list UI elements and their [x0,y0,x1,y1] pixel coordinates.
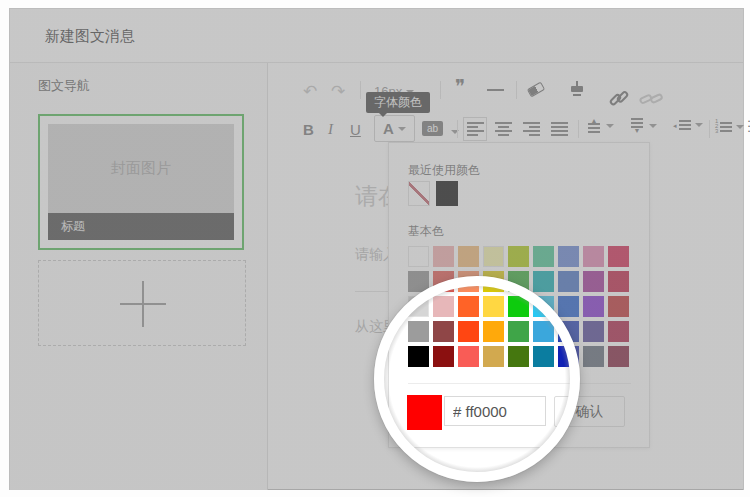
confirm-button[interactable]: 确认 [554,396,625,427]
palette-swatch[interactable] [458,246,479,267]
recent-colors-label: 最近使用颜色 [408,162,480,179]
chevron-down-icon [736,125,744,133]
palette-swatch[interactable] [508,321,529,342]
cover-thumbnail[interactable]: 封面图片 标题 [38,114,244,250]
palette-swatch[interactable] [533,271,554,292]
palette-swatch[interactable] [433,346,454,367]
palette-swatch[interactable] [408,246,429,267]
palette-swatch[interactable] [608,246,629,267]
palette-swatch[interactable] [608,271,629,292]
line-height-dropdown[interactable]: ▲ [588,118,614,133]
underline-button[interactable]: U [350,121,361,138]
palette-swatch[interactable] [558,296,579,317]
recent-color-swatch[interactable] [408,181,430,206]
basic-color-grid [408,246,637,371]
palette-swatch[interactable] [508,346,529,367]
palette-swatch[interactable] [533,346,554,367]
palette-swatch[interactable] [458,346,479,367]
redo-icon[interactable]: ↷ [331,81,345,102]
palette-swatch[interactable] [458,321,479,342]
palette-swatch[interactable] [558,346,579,367]
palette-swatch[interactable] [533,296,554,317]
blockquote-icon[interactable]: ❞ [455,80,465,94]
palette-swatch[interactable] [583,271,604,292]
palette-swatch[interactable] [583,321,604,342]
indent-dropdown[interactable]: ◂ [673,120,703,130]
palette-swatch[interactable] [583,296,604,317]
recent-colors-row [408,181,458,206]
palette-swatch[interactable] [608,296,629,317]
palette-swatch[interactable] [408,296,429,317]
palette-swatch[interactable] [558,271,579,292]
bold-button[interactable]: B [303,121,314,138]
palette-swatch[interactable] [433,246,454,267]
sidebar-nav-label: 图文导航 [38,77,90,95]
cover-image-placeholder[interactable]: 封面图片 [48,124,234,213]
toolbar-separator [360,81,361,99]
palette-swatch[interactable] [533,321,554,342]
ordered-list-dropdown[interactable]: 123 [715,119,744,134]
palette-swatch[interactable] [608,346,629,367]
page-title: 新建图文消息 [45,27,135,46]
paragraph-spacing-dropdown[interactable]: ▼ [631,118,657,133]
palette-swatch[interactable] [583,346,604,367]
palette-swatch[interactable] [558,246,579,267]
article-title-bar[interactable]: 标题 [48,213,234,240]
toolbar-separator [578,120,579,138]
palette-swatch[interactable] [458,296,479,317]
color-preview-swatch [407,395,442,430]
palette-swatch[interactable] [433,271,454,292]
font-color-tooltip: 字体颜色 [366,92,430,113]
highlight-color-button[interactable]: ab [422,121,443,136]
palette-swatch[interactable] [408,346,429,367]
plus-icon [142,281,144,327]
basic-colors-label: 基本色 [408,223,444,240]
font-color-panel: 最近使用颜色 基本色 确认 [388,142,650,448]
palette-swatch[interactable] [483,246,504,267]
palette-swatch[interactable] [583,246,604,267]
align-right-button[interactable] [519,117,543,141]
palette-swatch[interactable] [483,346,504,367]
italic-button[interactable]: I [328,121,333,138]
toolbar-separator [440,81,441,99]
toolbar-separator [516,81,517,99]
palette-swatch[interactable] [508,246,529,267]
palette-swatch[interactable] [433,321,454,342]
align-left-button[interactable] [463,117,487,141]
undo-icon[interactable]: ↶ [303,81,317,102]
palette-swatch[interactable] [508,296,529,317]
palette-swatch[interactable] [483,296,504,317]
horizontal-rule-icon[interactable] [487,89,504,91]
chevron-down-icon [695,123,703,131]
tooltip-arrow [378,112,388,122]
chevron-down-icon [398,127,406,135]
palette-swatch[interactable] [408,271,429,292]
palette-swatch[interactable] [483,321,504,342]
palette-swatch[interactable] [508,271,529,292]
toolbar-separator [709,120,710,138]
palette-swatch[interactable] [608,321,629,342]
palette-swatch[interactable] [458,271,479,292]
recent-color-swatch[interactable] [436,181,458,206]
palette-swatch[interactable] [408,321,429,342]
hex-color-input[interactable] [444,396,546,426]
toolbar-separator [457,120,458,138]
panel-divider [408,383,631,384]
chevron-down-icon [649,124,657,132]
chevron-down-icon [606,124,614,132]
align-center-button[interactable] [491,117,515,141]
palette-swatch[interactable] [533,246,554,267]
align-justify-button[interactable] [547,117,571,141]
palette-swatch[interactable] [483,271,504,292]
palette-swatch[interactable] [558,321,579,342]
palette-swatch[interactable] [433,296,454,317]
add-article-button[interactable] [38,260,246,346]
